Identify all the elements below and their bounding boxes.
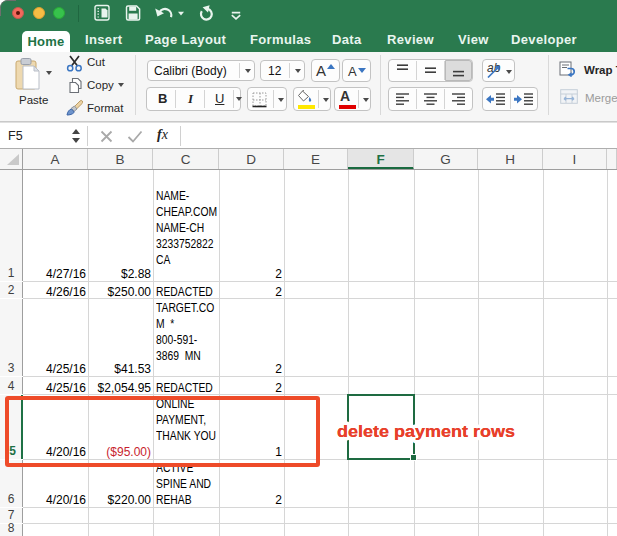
svg-text:delete payment rows: delete payment rows [337, 422, 515, 441]
